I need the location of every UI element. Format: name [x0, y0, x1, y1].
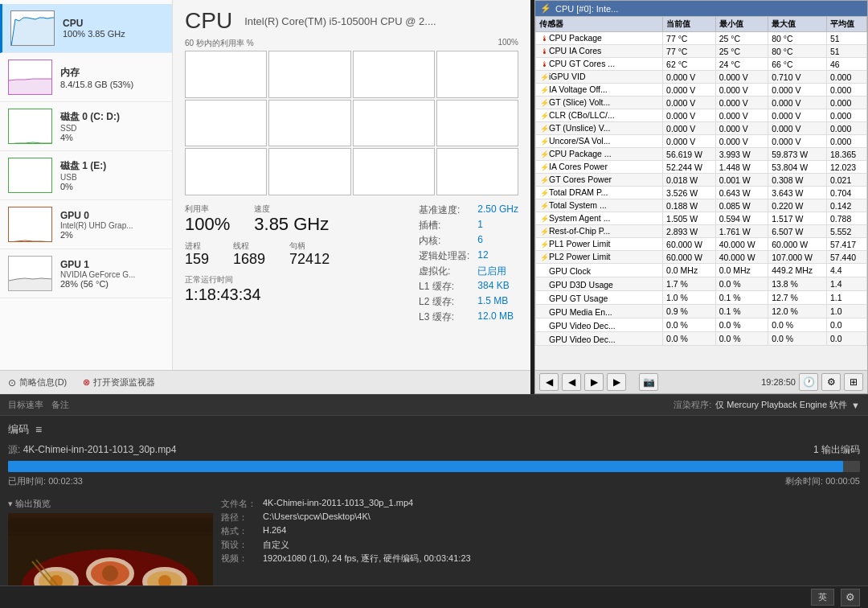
hwinfo-table-row[interactable]: ⚡PL1 Power Limit 60.000 W 40.000 W 60.00…	[536, 238, 867, 251]
hwinfo-table-row[interactable]: ⚡CPU Package ... 56.619 W 3.993 W 59.873…	[536, 148, 867, 161]
power-icon: ⚡	[539, 253, 549, 262]
open-monitor-btn[interactable]: ⊗ 打开资源监视器	[83, 376, 155, 388]
sensor-min: 25 °C	[715, 45, 768, 58]
hwinfo-table-row[interactable]: GPU Clock 0.0 MHz 0.0 MHz 449.2 MHz 4.4	[536, 264, 867, 277]
disk0-mini-graph	[8, 109, 52, 144]
sensor-avg: 51	[826, 45, 866, 58]
sidebar-item-disk1[interactable]: 磁盘 1 (E:) USB 0%	[0, 151, 172, 200]
sensor-min: 0.1 %	[715, 305, 768, 318]
hwinfo-table-row[interactable]: ⚡GT (Slice) Volt... 0.000 V 0.000 V 0.00…	[536, 97, 867, 109]
encode-progress-bar	[8, 461, 860, 472]
hw-extra-btn[interactable]: ⊞	[844, 373, 863, 391]
sensor-avg: 0.000	[826, 71, 866, 84]
hwinfo-table-row[interactable]: 🌡CPU GT Cores ... 62 °C 24 °C 66 °C 46	[536, 58, 867, 71]
sidebar-item-memory[interactable]: 内存 8.4/15.8 GB (53%)	[0, 53, 172, 102]
sensor-avg: 1.0	[826, 305, 866, 318]
col-avg: 平均值	[826, 17, 866, 32]
note-label: 备注	[51, 399, 69, 411]
hwinfo-table-row[interactable]: ⚡Rest-of-Chip P... 2.893 W 1.761 W 6.507…	[536, 225, 867, 238]
cpu-core-graph-2	[353, 51, 435, 98]
hwinfo-table-row[interactable]: ⚡IA Cores Power 52.244 W 1.448 W 53.804 …	[536, 161, 867, 174]
sensor-name-cell: 🌡CPU GT Cores ...	[536, 58, 663, 71]
sensor-current: 0.000 V	[663, 97, 716, 109]
encode-progress-fill	[8, 461, 843, 472]
hwinfo-table-row[interactable]: ⚡CLR (CBo/LLC/... 0.000 V 0.000 V 0.000 …	[536, 109, 867, 122]
sensor-current: 0.000 V	[663, 109, 716, 122]
sensor-min: 0.001 W	[715, 174, 768, 187]
hwinfo-table-row[interactable]: 🌡CPU IA Cores 77 °C 25 °C 80 °C 51	[536, 45, 867, 58]
sensor-avg: 0.0	[826, 318, 866, 332]
hwinfo-table-row[interactable]: GPU Video Dec... 0.0 % 0.0 % 0.0 % 0.0	[536, 332, 867, 346]
sensor-current: 77 °C	[663, 32, 716, 45]
hwinfo-table-row[interactable]: 🌡CPU Package 77 °C 25 °C 80 °C 51	[536, 32, 867, 45]
sensor-max: 0.220 W	[768, 199, 827, 212]
hwinfo-panel: ⚡ CPU [#0]: Inte... 传感器 当前值 最小值 最大值 平均值 …	[534, 0, 868, 394]
sensor-current: 52.244 W	[663, 161, 716, 174]
hwinfo-toolbar: ◀ ◀ ▶ ▶ 📷 19:28:50 🕐 ⚙ ⊞	[535, 370, 867, 393]
hw-settings-btn[interactable]: ⚙	[821, 373, 841, 391]
cpu-core-graph-8	[185, 148, 267, 195]
settings-gear-button[interactable]: ⚙	[841, 589, 860, 606]
sensor-max: 80 °C	[768, 32, 827, 45]
sidebar-item-disk0[interactable]: 磁盘 0 (C: D:) SSD 4%	[0, 102, 172, 151]
sidebar-item-gpu1[interactable]: GPU 1 NVIDIA GeForce G... 28% (56 °C)	[0, 249, 172, 298]
encode-menu-icon: ≡	[35, 423, 42, 436]
snapshot-btn[interactable]: 📷	[639, 373, 658, 391]
hwinfo-table-row[interactable]: ⚡GT (Unslice) V... 0.000 V 0.000 V 0.000…	[536, 122, 867, 135]
sensor-current: 0.018 W	[663, 174, 716, 187]
clock-icon-btn[interactable]: 🕐	[799, 373, 818, 391]
nav-forward-btn[interactable]: ▶	[584, 373, 604, 391]
sensor-min: 40.000 W	[715, 238, 768, 251]
sensor-current: 0.000 V	[663, 135, 716, 148]
hwinfo-table-row[interactable]: ⚡PL2 Power Limit 60.000 W 40.000 W 107.0…	[536, 251, 867, 264]
sensor-min: 1.761 W	[715, 225, 768, 238]
sensor-min: 0.000 V	[715, 84, 768, 97]
sidebar-item-cpu[interactable]: CPU 100% 3.85 GHz	[0, 4, 172, 53]
hwinfo-table-row[interactable]: GPU GT Usage 1.0 % 0.1 % 12.7 % 1.1	[536, 291, 867, 305]
sensor-name-cell: ⚡System Agent ...	[536, 212, 663, 225]
dropdown-icon[interactable]: ▼	[851, 401, 860, 410]
sensor-name-cell: ⚡Total System ...	[536, 199, 663, 212]
sensor-min: 0.0 %	[715, 332, 768, 346]
sensor-name-cell: ⚡GT (Slice) Volt...	[536, 97, 663, 109]
power-icon: ⚡	[539, 111, 549, 121]
nav-back2-btn[interactable]: ◀	[562, 373, 581, 391]
sensor-name-cell: GPU Video Dec...	[536, 318, 663, 332]
hwinfo-table-row[interactable]: ⚡Total System ... 0.188 W 0.085 W 0.220 …	[536, 199, 867, 212]
nav-forward2-btn[interactable]: ▶	[607, 373, 626, 391]
hwinfo-table-container[interactable]: 传感器 当前值 最小值 最大值 平均值 🌡CPU Package 77 °C 2…	[535, 16, 867, 370]
cpu-core-graph-10	[353, 148, 435, 195]
sensor-max: 0.000 V	[768, 135, 827, 148]
hwinfo-table-row[interactable]: ⚡System Agent ... 1.505 W 0.594 W 1.517 …	[536, 212, 867, 225]
sensor-min: 0.000 V	[715, 97, 768, 109]
summary-btn[interactable]: ⊙ 简略信息(D)	[8, 376, 67, 388]
sensor-name-cell: ⚡Rest-of-Chip P...	[536, 225, 663, 238]
util-label: 60 秒内的利用率 % 100%	[185, 38, 518, 49]
sidebar-item-gpu0[interactable]: GPU 0 Intel(R) UHD Grap... 2%	[0, 200, 172, 249]
nav-back-btn[interactable]: ◀	[539, 373, 559, 391]
power-icon: ⚡	[539, 98, 549, 108]
tm-bottom-bar: ⊙ 简略信息(D) ⊗ 打开资源监视器	[0, 370, 530, 394]
hwinfo-table-row[interactable]: GPU D3D Usage 1.7 % 0.0 % 13.8 % 1.4	[536, 277, 867, 291]
col-min: 最小值	[715, 17, 768, 32]
sensor-avg: 5.552	[826, 225, 866, 238]
temp-icon: 🌡	[539, 47, 549, 56]
sensor-max: 0.710 V	[768, 71, 827, 84]
sensor-name-cell: GPU Video Dec...	[536, 332, 663, 346]
hwinfo-table-row[interactable]: ⚡Total DRAM P... 3.526 W 0.643 W 3.643 W…	[536, 187, 867, 199]
output-preview-toggle[interactable]: ▾ 输出预览	[8, 498, 213, 510]
hwinfo-table-row[interactable]: ⚡GT Cores Power 0.018 W 0.001 W 0.308 W …	[536, 174, 867, 187]
sensor-min: 40.000 W	[715, 251, 768, 264]
hwinfo-table-row[interactable]: ⚡iGPU VID 0.000 V 0.000 V 0.710 V 0.000	[536, 71, 867, 84]
lang-button[interactable]: 英	[811, 589, 834, 606]
hwinfo-table-row[interactable]: ⚡Uncore/SA Vol... 0.000 V 0.000 V 0.000 …	[536, 135, 867, 148]
sensor-avg: 0.0	[826, 332, 866, 346]
hwinfo-table-row[interactable]: ⚡IA Voltage Off... 0.000 V 0.000 V 0.000…	[536, 84, 867, 97]
premiere-panel: 目标速率 备注 渲染程序: 仅 Mercury Playback Engine …	[0, 394, 868, 608]
cpu-core-graph-6	[353, 100, 435, 147]
encode-source-row: 源: 4K-Chimei-inn-2011-1013_30p.mp4 1 输出编…	[8, 443, 860, 457]
power-icon: ⚡	[539, 137, 549, 146]
hwinfo-table-row[interactable]: GPU Video Dec... 0.0 % 0.0 % 0.0 % 0.0	[536, 318, 867, 332]
hwinfo-table-row[interactable]: GPU Media En... 0.9 % 0.1 % 12.0 % 1.0	[536, 305, 867, 318]
uptime-block: 正常运行时间 1:18:43:34	[185, 274, 330, 304]
